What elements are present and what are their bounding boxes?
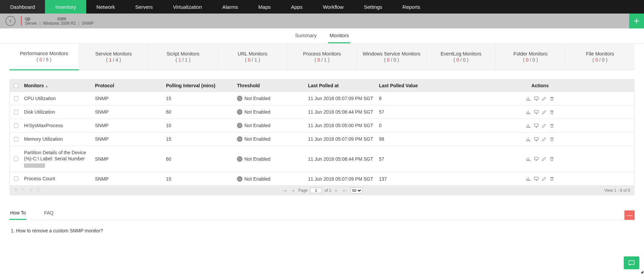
sort-icon: ▲ <box>45 84 48 88</box>
cell-actions <box>450 96 630 101</box>
help-tab-faq[interactable]: FAQ <box>43 207 54 220</box>
tab-summary[interactable]: Summary <box>294 28 318 43</box>
edit-icon[interactable] <box>542 176 547 181</box>
nav-reports[interactable]: Reports <box>392 0 431 14</box>
monitor-icon[interactable] <box>534 176 539 181</box>
trash-icon[interactable] <box>549 110 554 115</box>
cell-last-value: 57 <box>379 109 450 115</box>
cell-monitor[interactable]: Partition Details of the Device (%)-C:\ … <box>24 150 95 169</box>
row-checkbox[interactable] <box>14 177 18 181</box>
row-checkbox[interactable] <box>14 157 18 161</box>
nav-settings[interactable]: Settings <box>354 0 392 14</box>
monitor-icon[interactable] <box>534 137 539 142</box>
montab-process-monitors[interactable]: Process Monitors( 0 / 1 ) <box>287 44 357 70</box>
cell-protocol: SNMP <box>95 136 166 142</box>
tab-monitors[interactable]: Monitors <box>328 28 351 43</box>
collapse-button[interactable]: — <box>624 210 635 220</box>
nav-apps[interactable]: Apps <box>281 0 313 14</box>
cell-threshold: Not Enabled <box>237 156 308 162</box>
howto-item[interactable]: 1. How to remove a custom SNMP monitor? <box>9 220 635 242</box>
help-tab-how-to[interactable]: How To <box>9 207 26 220</box>
edit-icon[interactable] <box>542 110 547 115</box>
cell-polling: 15 <box>166 136 237 142</box>
cell-threshold: Not Enabled <box>237 136 308 142</box>
montab-performance-monitors[interactable]: Performance Monitors( 0 / 6 ) <box>9 44 79 70</box>
chart-icon[interactable] <box>526 110 531 115</box>
col-protocol[interactable]: Protocol <box>95 83 166 88</box>
pager-page-input[interactable] <box>310 188 322 193</box>
col-actions: Actions <box>450 83 630 88</box>
edit-icon[interactable] <box>542 137 547 142</box>
chart-icon[interactable] <box>526 96 531 101</box>
svg-rect-5 <box>534 124 538 127</box>
cell-last-polled: 11 Jun 2018 05:07:09 PM SGT <box>308 96 379 101</box>
chart-icon[interactable] <box>526 156 531 161</box>
trash-icon[interactable] <box>549 156 554 161</box>
row-checkbox[interactable] <box>14 123 18 128</box>
trash-icon[interactable] <box>549 176 554 181</box>
select-all-checkbox[interactable] <box>14 84 18 88</box>
montab-windows-service-monitors[interactable]: Windows Service Monitors( 0 / 0 ) <box>357 44 427 70</box>
cell-monitor[interactable]: CPU Utilization <box>24 95 95 102</box>
nav-virtualization[interactable]: Virtualization <box>163 0 212 14</box>
cell-monitor[interactable]: Disk Utilization <box>24 109 95 115</box>
montab-file-monitors[interactable]: File Monitors( 0 / 0 ) <box>566 44 635 70</box>
pager-next[interactable]: ► <box>334 188 339 192</box>
nav-workflow[interactable]: Workflow <box>313 0 354 14</box>
nav-alarms[interactable]: Alarms <box>212 0 248 14</box>
svg-rect-7 <box>534 137 538 140</box>
nav-inventory[interactable]: Inventory <box>45 0 86 14</box>
montab-service-monitors[interactable]: Service Monitors( 1 / 4 ) <box>79 44 149 70</box>
cell-monitor[interactable]: Memory Utilization <box>24 136 95 142</box>
chart-icon[interactable] <box>526 176 531 181</box>
col-polling[interactable]: Polling Interval (mins) <box>166 83 237 88</box>
disabled-icon <box>237 109 242 115</box>
trash-icon[interactable] <box>549 123 554 128</box>
col-threshold[interactable]: Threshold <box>237 83 308 88</box>
pager-first[interactable]: |◄ <box>282 188 288 192</box>
delete-selected-icon[interactable] <box>14 188 18 193</box>
chart-icon[interactable] <box>526 123 531 128</box>
nav-network[interactable]: Network <box>86 0 125 14</box>
edit-icon[interactable] <box>542 96 547 101</box>
back-button[interactable] <box>5 16 16 26</box>
edit-icon[interactable] <box>542 123 547 128</box>
disabled-icon <box>237 176 242 182</box>
col-monitors[interactable]: Monitors <box>24 83 44 88</box>
row-checkbox[interactable] <box>14 110 18 114</box>
cell-monitor[interactable]: HrSysMaxProcess <box>24 122 95 129</box>
col-last-polled[interactable]: Last Polled at <box>308 83 379 88</box>
chart-icon[interactable] <box>526 137 531 142</box>
col-last-value[interactable]: Last Polled Value <box>379 83 450 88</box>
device-header: op com ServerWindows 2008 R2SNMP <box>0 14 644 28</box>
monitor-icon[interactable] <box>534 110 539 115</box>
cell-monitor[interactable]: Process Count <box>24 176 95 182</box>
monitor-icon[interactable] <box>534 123 539 128</box>
monitor-icon[interactable] <box>534 156 539 161</box>
table-row: Memory UtilizationSNMP15Not Enabled11 Ju… <box>10 132 634 146</box>
edit-icon[interactable] <box>542 156 547 161</box>
cell-last-polled: 11 Jun 2018 05:07:09 PM SGT <box>308 136 379 142</box>
row-checkbox[interactable] <box>14 96 18 101</box>
nav-dashboard[interactable]: Dashboard <box>0 0 45 14</box>
montab-url-monitors[interactable]: URL Monitors( 0 / 1 ) <box>218 44 288 70</box>
monitor-icon[interactable] <box>534 96 539 101</box>
add-button[interactable] <box>629 14 644 28</box>
pager-last[interactable]: ►| <box>342 188 348 192</box>
export-icon[interactable] <box>36 188 40 193</box>
cell-actions <box>450 156 630 161</box>
nav-servers[interactable]: Servers <box>125 0 163 14</box>
montab-eventlog-monitors[interactable]: EventLog Monitors( 0 / 0 ) <box>426 44 496 70</box>
montab-script-monitors[interactable]: Script Monitors( 1 / 1 ) <box>148 44 218 70</box>
cell-last-polled: 11 Jun 2018 05:08:44 PM SGT <box>308 109 379 115</box>
nav-maps[interactable]: Maps <box>248 0 281 14</box>
pager-prev[interactable]: ◄ <box>290 188 295 192</box>
row-checkbox[interactable] <box>14 137 18 141</box>
monitor-category-tabs: Performance Monitors( 0 / 6 )Service Mon… <box>9 44 635 70</box>
refresh-icon[interactable] <box>29 188 33 193</box>
trash-icon[interactable] <box>549 137 554 142</box>
search-icon[interactable] <box>21 188 25 193</box>
trash-icon[interactable] <box>549 96 554 101</box>
pager-size-select[interactable]: 50 <box>351 187 362 193</box>
montab-folder-monitors[interactable]: Folder Monitors( 0 / 0 ) <box>496 44 566 70</box>
